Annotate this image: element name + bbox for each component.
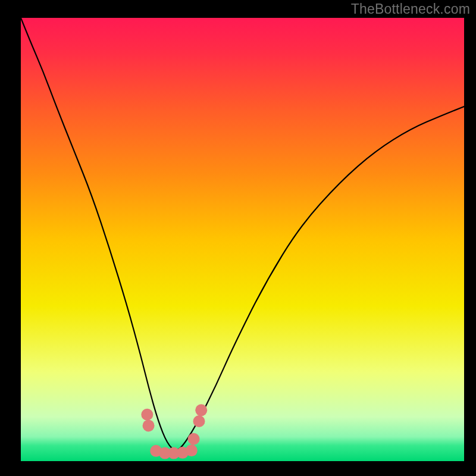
highlight-dot <box>188 433 200 445</box>
highlight-dot <box>186 444 198 456</box>
highlight-dot <box>141 409 153 421</box>
watermark-text: TheBottleneck.com <box>351 1 470 17</box>
bottleneck-chart <box>21 18 464 461</box>
plot-area <box>21 18 464 461</box>
gradient-background <box>21 18 464 461</box>
highlight-dot <box>193 415 205 427</box>
chart-frame: TheBottleneck.com <box>0 0 476 476</box>
highlight-dot <box>195 404 207 416</box>
highlight-dot <box>143 419 155 431</box>
